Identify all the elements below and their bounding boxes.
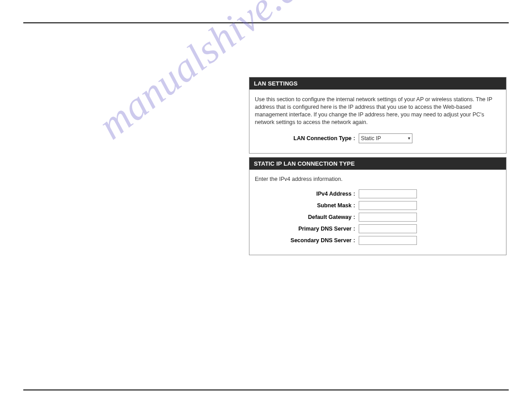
colon: : <box>353 135 359 141</box>
secondary-dns-label: Secondary DNS Server <box>255 237 353 244</box>
lan-connection-type-select[interactable]: Static IP ▾ <box>359 133 412 143</box>
settings-panels: LAN SETTINGS Use this section to configu… <box>249 77 506 259</box>
secondary-dns-row: Secondary DNS Server : <box>255 236 501 245</box>
lan-settings-header: LAN SETTINGS <box>249 77 506 90</box>
primary-dns-label: Primary DNS Server <box>255 226 353 232</box>
subnet-mask-input[interactable] <box>359 201 417 210</box>
colon: : <box>353 191 359 197</box>
subnet-mask-label: Subnet Mask <box>255 202 353 209</box>
lan-settings-panel: LAN SETTINGS Use this section to configu… <box>249 77 506 154</box>
lan-settings-body: Use this section to configure the intern… <box>249 90 506 153</box>
lan-connection-type-row: LAN Connection Type : Static IP ▾ <box>255 133 501 143</box>
colon: : <box>353 214 359 220</box>
secondary-dns-input[interactable] <box>359 236 417 245</box>
colon: : <box>353 202 359 209</box>
page-bottom-rule <box>23 390 509 390</box>
static-ip-header: STATIC IP LAN CONNECTION TYPE <box>249 158 506 170</box>
static-ip-description: Enter the IPv4 address information. <box>255 176 501 182</box>
lan-connection-type-label: LAN Connection Type <box>255 135 353 141</box>
page-top-rule <box>23 22 509 23</box>
chevron-down-icon: ▾ <box>408 136 412 141</box>
ipv4-address-row: IPv4 Address : <box>255 189 501 198</box>
lan-settings-description: Use this section to configure the intern… <box>255 96 501 126</box>
ipv4-address-input[interactable] <box>359 189 417 198</box>
static-ip-panel: STATIC IP LAN CONNECTION TYPE Enter the … <box>249 157 506 255</box>
default-gateway-label: Default Gateway <box>255 214 353 220</box>
colon: : <box>353 226 359 232</box>
colon: : <box>353 237 359 244</box>
subnet-mask-row: Subnet Mask : <box>255 201 501 210</box>
lan-connection-type-value: Static IP <box>361 135 408 141</box>
ipv4-address-label: IPv4 Address <box>255 191 353 197</box>
static-ip-body: Enter the IPv4 address information. IPv4… <box>249 170 506 255</box>
default-gateway-input[interactable] <box>359 213 417 222</box>
primary-dns-input[interactable] <box>359 224 417 233</box>
default-gateway-row: Default Gateway : <box>255 213 501 222</box>
primary-dns-row: Primary DNS Server : <box>255 224 501 233</box>
